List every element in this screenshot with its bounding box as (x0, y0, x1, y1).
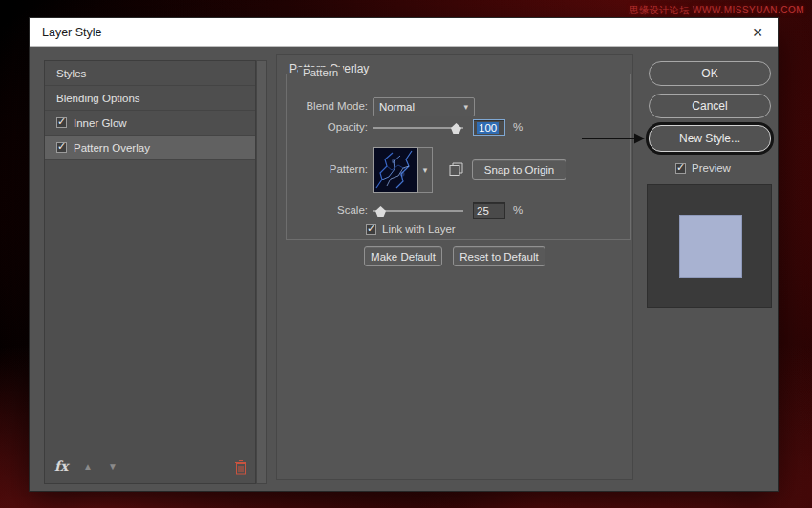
scale-slider-track[interactable] (373, 210, 463, 212)
check-icon: ✓ (57, 141, 66, 152)
opacity-input[interactable]: 100 (473, 119, 505, 136)
layer-style-dialog: Layer Style ✕ Styles Blending Options ✓ … (29, 17, 779, 492)
scale-unit: % (513, 204, 523, 216)
preset-square-icon (449, 162, 463, 177)
scale-label: Scale: (287, 204, 368, 216)
snap-to-origin-button[interactable]: Snap to Origin (472, 159, 566, 180)
preview-label: Preview (692, 162, 731, 174)
dialog-title: Layer Style (42, 26, 102, 39)
blend-mode-label: Blend Mode: (287, 100, 368, 112)
preview-swatch (647, 184, 772, 308)
styles-list-item-styles[interactable]: Styles (45, 61, 255, 86)
dialog-titlebar[interactable]: Layer Style ✕ (30, 18, 778, 47)
fx-icon[interactable]: fx (54, 458, 68, 474)
styles-list-item-blending-options[interactable]: Blending Options (45, 86, 255, 111)
opacity-value: 100 (477, 122, 499, 134)
pattern-thumbnail[interactable] (373, 147, 418, 193)
pattern-picker-dropdown[interactable]: ▾ (418, 147, 433, 193)
check-icon: ✓ (676, 162, 685, 173)
styles-list-item-inner-glow[interactable]: ✓ Inner Glow (45, 111, 255, 136)
cancel-label: Cancel (692, 99, 727, 113)
scale-slider-handle[interactable] (375, 206, 386, 217)
styles-item-label: Styles (56, 68, 86, 79)
styles-list-item-pattern-overlay[interactable]: ✓ Pattern Overlay (45, 136, 255, 160)
make-default-label: Make Default (371, 251, 436, 263)
inner-glow-label: Inner Glow (74, 117, 127, 129)
group-legend: Pattern (298, 67, 343, 78)
reset-to-default-button[interactable]: Reset to Default (453, 246, 545, 266)
ok-button[interactable]: OK (649, 61, 771, 86)
chevron-down-icon: ▾ (463, 102, 468, 112)
preview-layer-thumbnail (679, 215, 742, 278)
preview-row: ✓ Preview (675, 162, 731, 174)
styles-list-scrollbar[interactable] (256, 60, 267, 484)
close-icon[interactable]: ✕ (749, 24, 766, 41)
cancel-button[interactable]: Cancel (649, 94, 771, 118)
opacity-slider-track[interactable] (373, 127, 463, 129)
pattern-group-box: Pattern Blend Mode: Normal ▾ Opacity: 10… (286, 74, 631, 240)
new-style-button[interactable]: New Style... (649, 125, 771, 152)
delete-effect-icon[interactable] (234, 459, 247, 477)
link-with-layer-row: ✓ Link with Layer (366, 223, 456, 235)
new-pattern-preset-icon[interactable] (449, 162, 463, 180)
inner-glow-checkbox[interactable]: ✓ (56, 117, 67, 128)
styles-list-panel: Styles Blending Options ✓ Inner Glow ✓ P… (44, 60, 256, 484)
blend-mode-select[interactable]: Normal ▾ (373, 97, 475, 116)
blending-options-label: Blending Options (56, 93, 140, 104)
snap-to-origin-label: Snap to Origin (484, 164, 555, 176)
ok-label: OK (701, 67, 717, 80)
pattern-overlay-label: Pattern Overlay (74, 142, 150, 154)
make-default-button[interactable]: Make Default (364, 246, 442, 266)
preview-checkbox[interactable]: ✓ (675, 163, 686, 174)
opacity-slider-handle[interactable] (451, 123, 461, 134)
link-with-layer-label: Link with Layer (382, 223, 456, 235)
annotation-arrow (582, 132, 645, 148)
styles-panel-toolbar: fx ▲ ▼ (45, 456, 255, 479)
pattern-overlay-checkbox[interactable]: ✓ (56, 142, 67, 153)
watermark: 思缘设计论坛 WWW.MISSYUAN.COM (630, 4, 804, 17)
pattern-label: Pattern: (287, 163, 368, 175)
move-down-icon[interactable]: ▼ (108, 461, 118, 472)
chevron-down-icon: ▾ (423, 165, 428, 175)
check-icon: ✓ (367, 223, 375, 234)
blend-mode-value: Normal (379, 101, 415, 113)
scale-input[interactable]: 25 (473, 202, 505, 219)
opacity-unit: % (513, 121, 523, 133)
lightning-pattern-image (374, 148, 417, 192)
trash-icon (234, 459, 247, 475)
check-icon: ✓ (57, 116, 66, 127)
link-with-layer-checkbox[interactable]: ✓ (366, 224, 376, 235)
arrow-right-icon (582, 132, 645, 145)
opacity-label: Opacity: (287, 121, 368, 133)
new-style-label: New Style... (679, 132, 740, 145)
scale-value: 25 (477, 205, 489, 217)
reset-to-default-label: Reset to Default (459, 251, 538, 263)
move-up-icon[interactable]: ▲ (83, 461, 93, 472)
